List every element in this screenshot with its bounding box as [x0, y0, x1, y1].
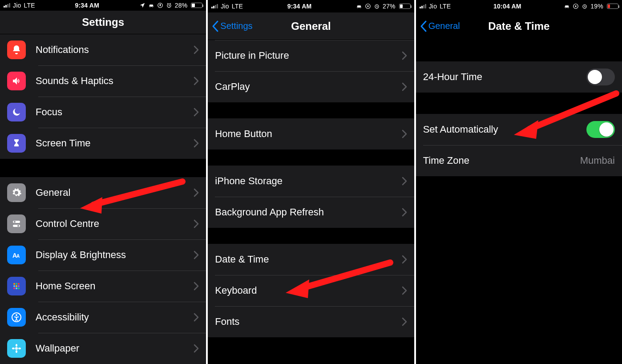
battery-icon [606, 4, 618, 9]
row-label: Display & Brightness [36, 249, 189, 261]
svg-point-21 [16, 350, 17, 353]
page-title: Date & Time [488, 20, 549, 32]
row-label: Wallpaper [36, 343, 189, 354]
row-time-zone[interactable]: Time Zone Mumbai [416, 145, 622, 176]
toggle-24-hour[interactable] [586, 69, 615, 85]
signal-bars-icon [211, 4, 218, 8]
chevron-right-icon [194, 188, 199, 197]
back-button[interactable]: General [420, 12, 460, 40]
signal-bars-icon [4, 3, 10, 8]
row-label: Date & Time [215, 254, 397, 265]
chevron-right-icon [402, 255, 407, 264]
row-label: Fonts [215, 316, 397, 328]
row-keyboard[interactable]: Keyboard [208, 275, 414, 306]
back-button[interactable]: Settings [211, 12, 252, 40]
row-label: Screen Time [36, 138, 189, 149]
battery-pct: 28% [175, 2, 188, 9]
svg-point-13 [18, 285, 20, 287]
row-fonts[interactable]: Fonts [208, 306, 414, 337]
chevron-right-icon [194, 77, 199, 85]
svg-point-5 [17, 225, 19, 227]
network-label: LTE [24, 2, 35, 9]
row-pip[interactable]: Picture in Picture [208, 40, 414, 71]
row-24-hour[interactable]: 24-Hour Time [416, 61, 622, 93]
carrier-label: Jio [13, 2, 21, 9]
svg-text:A: A [16, 254, 20, 259]
nav-header: Settings General [208, 12, 414, 40]
row-label: Control Centre [36, 218, 189, 230]
row-label: Home Button [215, 128, 397, 140]
battery-pct: 19% [590, 3, 603, 10]
status-time: 10:04 AM [451, 3, 564, 10]
svg-point-10 [18, 283, 20, 285]
row-iphone-storage[interactable]: iPhone Storage [208, 166, 414, 197]
row-focus[interactable]: Focus [0, 97, 206, 128]
chevron-right-icon [194, 313, 199, 322]
row-label: Home Screen [36, 280, 189, 292]
svg-point-16 [18, 287, 20, 289]
row-notifications[interactable]: Notifications [0, 34, 206, 65]
back-label: General [428, 21, 460, 31]
chevron-right-icon [194, 251, 199, 259]
svg-point-11 [13, 285, 15, 287]
row-set-automatically[interactable]: Set Automatically [416, 114, 622, 145]
svg-point-23 [18, 348, 21, 349]
chevron-right-icon [194, 45, 199, 54]
toggle-set-automatically[interactable] [586, 121, 615, 138]
row-label: Time Zone [423, 155, 580, 166]
carplay-icon [356, 3, 362, 9]
row-label: Picture in Picture [215, 50, 397, 61]
row-label: Notifications [36, 44, 189, 56]
row-home-screen[interactable]: Home Screen [0, 271, 206, 302]
row-general[interactable]: General [0, 177, 206, 208]
chevron-right-icon [402, 129, 407, 138]
row-sounds[interactable]: Sounds & Haptics [0, 65, 206, 97]
location-icon [139, 2, 145, 8]
row-label: Keyboard [215, 285, 397, 296]
chevron-right-icon [194, 344, 199, 353]
battery-pct: 27% [383, 3, 396, 10]
svg-point-14 [13, 287, 15, 289]
chevron-left-icon [420, 20, 428, 32]
carplay-icon [564, 3, 570, 9]
signal-bars-icon [420, 4, 426, 8]
svg-point-18 [16, 314, 17, 316]
carrier-label: Jio [221, 3, 229, 10]
bell-icon [7, 40, 26, 59]
time-zone-value: Mumbai [580, 155, 615, 166]
nav-header: General Date & Time [416, 12, 622, 40]
row-wallpaper[interactable]: Wallpaper [0, 333, 206, 364]
chevron-right-icon [402, 286, 407, 295]
row-accessibility[interactable]: Accessibility [0, 302, 206, 333]
row-date-time[interactable]: Date & Time [208, 244, 414, 275]
alarm-icon [582, 3, 588, 9]
row-label: Background App Refresh [215, 206, 397, 218]
network-label: LTE [440, 3, 451, 10]
row-label: General [36, 187, 189, 198]
nav-header: Settings [0, 11, 206, 34]
alarm-icon [374, 3, 380, 9]
status-bar: Jio LTE 9:34 AM 27% [208, 0, 414, 12]
alarm-icon [166, 2, 172, 8]
hourglass-icon [7, 134, 26, 153]
row-control-centre[interactable]: Control Centre [0, 208, 206, 239]
svg-point-8 [13, 283, 15, 285]
row-carplay[interactable]: CarPlay [208, 71, 414, 102]
flower-icon [7, 339, 26, 358]
page-title: General [291, 20, 331, 32]
row-display[interactable]: AA Display & Brightness [0, 239, 206, 271]
row-home-button[interactable]: Home Button [208, 118, 414, 150]
phone-general: Jio LTE 9:34 AM 27% Settings General Pic… [208, 0, 414, 364]
accessibility-icon [7, 308, 26, 327]
svg-point-3 [14, 221, 16, 223]
row-screen-time[interactable]: Screen Time [0, 128, 206, 159]
carrier-label: Jio [429, 3, 437, 10]
chevron-right-icon [194, 139, 199, 148]
orientation-lock-icon [573, 3, 579, 9]
svg-point-12 [16, 285, 17, 287]
svg-point-22 [12, 348, 15, 349]
svg-point-20 [16, 344, 17, 347]
row-bg-refresh[interactable]: Background App Refresh [208, 197, 414, 228]
text-size-icon: AA [7, 246, 26, 264]
svg-point-9 [16, 283, 17, 285]
